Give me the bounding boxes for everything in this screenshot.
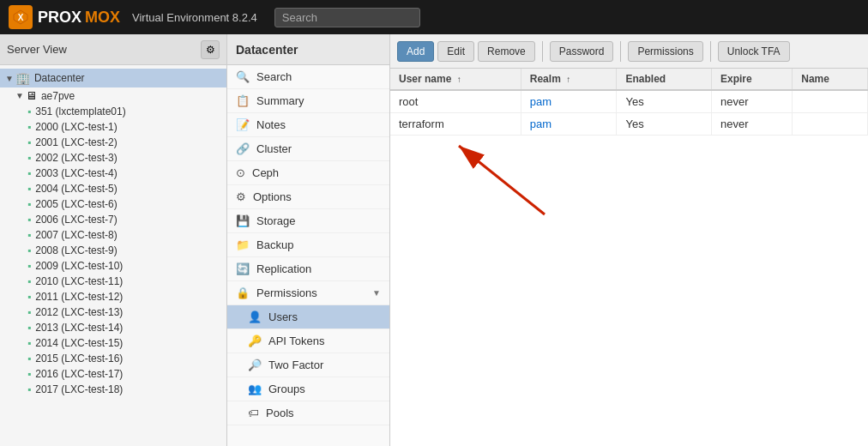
tree-node-2000[interactable]: ▪ 2000 (LXC-test-1): [0, 119, 226, 135]
ct-label: 2014 (LXC-test-15): [35, 337, 123, 349]
ct-icon: ▪: [27, 322, 31, 334]
nav-item-summary[interactable]: 📋 Summary: [227, 89, 389, 113]
nav-item-storage[interactable]: 💾 Storage: [227, 209, 389, 233]
col-realm-label: Realm: [530, 73, 561, 85]
nav-item-users[interactable]: 👤 Users: [227, 305, 389, 329]
realm-link[interactable]: pam: [530, 95, 552, 108]
table-row[interactable]: root pam Yes never: [390, 90, 868, 113]
nav-item-search[interactable]: 🔍 Search: [227, 65, 389, 89]
sidebar-header: Server View ⚙: [0, 34, 226, 65]
groups-icon: 👥: [248, 383, 262, 395]
tree-node-2007[interactable]: ▪ 2007 (LXC-test-8): [0, 227, 226, 243]
nav-item-replication[interactable]: 🔄 Replication: [227, 257, 389, 281]
col-header-enabled[interactable]: Enabled: [617, 69, 712, 90]
col-expire-label: Expire: [720, 73, 752, 85]
remove-button[interactable]: Remove: [478, 41, 535, 62]
nav-item-options[interactable]: ⚙ Options: [227, 185, 389, 209]
ct-label: 2017 (LXC-test-18): [35, 383, 123, 395]
datacenter-icon: 🏢: [15, 71, 30, 85]
nav-label-backup: Backup: [256, 238, 293, 251]
col-header-expire[interactable]: Expire: [712, 69, 793, 90]
tree-node-2014[interactable]: ▪ 2014 (LXC-test-15): [0, 335, 226, 351]
cell-enabled: Yes: [617, 90, 712, 113]
nav-label-api-tokens: API Tokens: [268, 334, 325, 347]
nav-item-backup[interactable]: 📁 Backup: [227, 233, 389, 257]
tree-node-2001[interactable]: ▪ 2001 (LXC-test-2): [0, 135, 226, 150]
cell-name: [793, 113, 868, 136]
notes-icon: 📝: [236, 118, 250, 131]
tree-node-2003[interactable]: ▪ 2003 (LXC-test-4): [0, 166, 226, 181]
datacenter-label: Datacenter: [34, 72, 85, 84]
tree-node-2016[interactable]: ▪ 2016 (LXC-test-17): [0, 366, 226, 382]
permissions-button[interactable]: Permissions: [628, 41, 702, 62]
tree-node-2004[interactable]: ▪ 2004 (LXC-test-5): [0, 181, 226, 196]
ct-icon: ▪: [27, 198, 31, 210]
ct-icon: ▪: [27, 105, 31, 118]
content-area: Add Edit Remove Password Permissions Unl…: [390, 34, 868, 446]
tree-node-2008[interactable]: ▪ 2008 (LXC-test-9): [0, 243, 226, 258]
tree-node-2006[interactable]: ▪ 2006 (LXC-test-7): [0, 212, 226, 227]
options-icon: ⚙: [236, 190, 246, 203]
table-area: User name ↑ Realm ↑ Enabled Expire: [390, 69, 868, 446]
nav-label-two-factor: Two Factor: [268, 359, 323, 371]
nav-item-pools[interactable]: 🏷 Pools: [227, 401, 389, 425]
tree-node-2009[interactable]: ▪ 2009 (LXC-test-10): [0, 258, 226, 274]
tree-node-2012[interactable]: ▪ 2012 (LXC-test-13): [0, 304, 226, 320]
users-icon: 👤: [248, 310, 262, 323]
ct-label: 2001 (LXC-test-2): [35, 136, 117, 148]
tree-node-2017[interactable]: ▪ 2017 (LXC-test-18): [0, 382, 226, 397]
col-header-username[interactable]: User name ↑: [390, 69, 521, 90]
nav-label-replication: Replication: [256, 262, 311, 275]
col-header-name[interactable]: Name: [793, 69, 868, 90]
ct-icon: ▪: [27, 214, 31, 226]
logo-area: X PROXMOX: [9, 5, 120, 29]
nav-item-api-tokens[interactable]: 🔑 API Tokens: [227, 329, 389, 353]
tree-node-2015[interactable]: ▪ 2015 (LXC-test-16): [0, 351, 226, 366]
nav-item-ceph[interactable]: ⊙ Ceph: [227, 161, 389, 185]
two-factor-icon: 🔎: [248, 359, 262, 371]
users-table: User name ↑ Realm ↑ Enabled Expire: [390, 69, 868, 136]
toolbar-separator: [542, 41, 543, 62]
ct-label: 2003 (LXC-test-4): [35, 167, 117, 179]
tree-node-2010[interactable]: ▪ 2010 (LXC-test-11): [0, 274, 226, 289]
nav-label-options: Options: [253, 190, 292, 203]
tree-node-351[interactable]: ▪ 351 (lxctemplate01): [0, 104, 226, 119]
table-row[interactable]: terraform pam Yes never: [390, 113, 868, 136]
left-sidebar: Server View ⚙ ▼ 🏢 Datacenter ▼ 🖥 ae7pve …: [0, 34, 227, 446]
tree-node-2013[interactable]: ▪ 2013 (LXC-test-14): [0, 320, 226, 335]
logo-prox-text: PROX: [38, 9, 81, 27]
tree-node-2005[interactable]: ▪ 2005 (LXC-test-6): [0, 196, 226, 212]
nav-item-groups[interactable]: 👥 Groups: [227, 377, 389, 401]
search-input[interactable]: [274, 8, 420, 27]
nav-item-notes[interactable]: 📝 Notes: [227, 113, 389, 137]
ct-label: 2008 (LXC-test-9): [35, 244, 117, 256]
cell-enabled: Yes: [617, 113, 712, 136]
toolbar-separator-3: [710, 41, 711, 62]
ct-icon: ▪: [27, 183, 31, 195]
sidebar-gear-button[interactable]: ⚙: [201, 40, 220, 59]
nav-item-permissions[interactable]: 🔒 Permissions ▼: [227, 281, 389, 305]
edit-button[interactable]: Edit: [437, 41, 474, 62]
nav-label-permissions: Permissions: [256, 286, 317, 299]
password-button[interactable]: Password: [550, 41, 614, 62]
ct-icon: ▪: [27, 353, 31, 365]
tree-node-2002[interactable]: ▪ 2002 (LXC-test-3): [0, 150, 226, 166]
logo-mox-text: MOX: [85, 9, 120, 27]
ct-label: 2011 (LXC-test-12): [35, 291, 123, 303]
cell-realm: pam: [521, 90, 617, 113]
ct-icon: ▪: [27, 368, 31, 380]
content-toolbar: Add Edit Remove Password Permissions Unl…: [390, 34, 868, 69]
nav-label-search: Search: [256, 70, 292, 83]
tree-node-datacenter[interactable]: ▼ 🏢 Datacenter: [0, 69, 226, 87]
add-button[interactable]: Add: [397, 41, 434, 62]
nav-item-two-factor[interactable]: 🔎 Two Factor: [227, 353, 389, 377]
realm-link[interactable]: pam: [530, 118, 552, 130]
unlock-tfa-button[interactable]: Unlock TFA: [718, 41, 790, 62]
col-header-realm[interactable]: Realm ↑: [521, 69, 617, 90]
tree-node-ae7pve[interactable]: ▼ 🖥 ae7pve: [0, 87, 226, 104]
tree-area: ▼ 🏢 Datacenter ▼ 🖥 ae7pve ▪ 351 (lxctemp…: [0, 65, 226, 446]
backup-icon: 📁: [236, 238, 250, 251]
tree-node-2011[interactable]: ▪ 2011 (LXC-test-12): [0, 289, 226, 304]
nav-item-cluster[interactable]: 🔗 Cluster: [227, 137, 389, 161]
ct-label: 2013 (LXC-test-14): [35, 322, 123, 334]
